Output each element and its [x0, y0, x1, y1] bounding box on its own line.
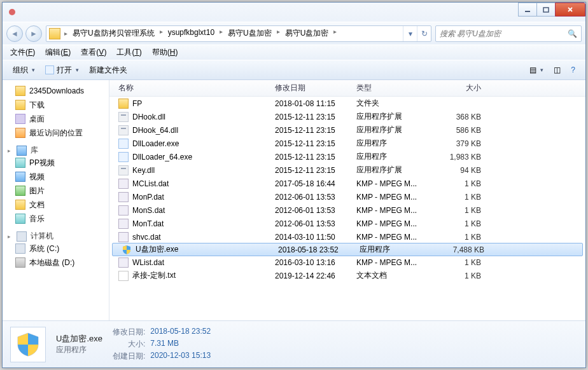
app-icon: [9, 9, 15, 15]
file-row[interactable]: Key.dll2015-12-11 23:15应用程序扩展94 KB: [109, 163, 585, 177]
file-size: 586 KB: [433, 126, 490, 135]
sidebar-item-icon: [15, 214, 25, 224]
file-name: U盘加密.exe: [136, 244, 178, 255]
open-button[interactable]: 打开: [40, 63, 84, 78]
file-row[interactable]: MonP.dat2012-06-01 13:53KMP - MPEG M...1…: [109, 190, 585, 203]
sidebar-item-icon: [15, 186, 25, 196]
file-icon: [118, 139, 129, 149]
breadcrumb[interactable]: ▸ 易守U盘防拷贝管理系统▸ysupfkbglxt10▸易守U盘加密▸易守U盘加…: [46, 25, 431, 42]
menu-t[interactable]: 工具(T): [111, 46, 146, 59]
refresh-button[interactable]: ↻: [417, 26, 431, 41]
file-row[interactable]: MCList.dat2017-05-18 16:44KMP - MPEG M..…: [109, 177, 585, 190]
file-size: 1 KB: [433, 206, 490, 215]
file-row[interactable]: DllLoader.exe2015-12-11 23:15应用程序379 KB: [109, 137, 585, 150]
column-headers[interactable]: 名称 修改日期 类型 大小: [109, 80, 585, 97]
chevron-right-icon[interactable]: ▸: [63, 30, 69, 37]
file-size: 1 KB: [433, 179, 490, 188]
sidebar-section-computer[interactable]: ▸计算机: [3, 231, 109, 242]
sidebar-item[interactable]: 下载: [3, 98, 109, 112]
file-date: 2018-01-08 11:15: [275, 99, 356, 108]
back-button[interactable]: ◄: [6, 25, 23, 42]
menu-f[interactable]: 文件(F): [5, 46, 40, 59]
maximize-button[interactable]: [536, 3, 556, 17]
file-list[interactable]: FP2018-01-08 11:15文件夹DHook.dll2015-12-11…: [109, 97, 585, 320]
titlebar[interactable]: [3, 3, 585, 22]
file-name: WList.dat: [132, 258, 164, 267]
help-button[interactable]: ?: [566, 64, 580, 76]
file-name: DHook_64.dll: [132, 126, 178, 135]
col-date[interactable]: 修改日期: [275, 83, 356, 93]
new-folder-button[interactable]: 新建文件夹: [84, 63, 132, 78]
file-row[interactable]: shvc.dat2014-03-10 11:50KMP - MPEG M...1…: [109, 230, 585, 243]
prop-key: 大小:: [113, 339, 145, 350]
close-button[interactable]: [555, 3, 585, 17]
file-type: KMP - MPEG M...: [356, 219, 433, 228]
forward-button[interactable]: ►: [25, 25, 42, 42]
shield-icon: [122, 245, 132, 255]
breadcrumb-item[interactable]: 易守U盘加密: [281, 28, 333, 39]
file-row[interactable]: DHook.dll2015-12-11 23:15应用程序扩展368 KB: [109, 110, 585, 123]
file-row[interactable]: FP2018-01-08 11:15文件夹: [109, 97, 585, 110]
file-size: 1 KB: [433, 258, 490, 267]
breadcrumb-dropdown[interactable]: ▾: [403, 26, 417, 41]
file-row[interactable]: MonT.dat2012-06-01 13:53KMP - MPEG M...1…: [109, 217, 585, 230]
file-icon: [118, 125, 129, 135]
sidebar-item-icon: [15, 100, 25, 110]
chevron-right-icon[interactable]: ▸: [218, 28, 224, 39]
col-size[interactable]: 大小: [433, 83, 490, 93]
menu-e[interactable]: 编辑(E): [40, 46, 76, 59]
menu-v[interactable]: 查看(V): [76, 46, 111, 59]
prop-value: 2018-05-18 23:52: [150, 327, 211, 338]
organize-menu[interactable]: 组织: [8, 63, 40, 78]
application-icon: [45, 65, 54, 74]
file-icon: [118, 232, 129, 242]
sidebar-item[interactable]: 视频: [3, 170, 109, 184]
sidebar-item[interactable]: 桌面: [3, 112, 109, 126]
file-size: 1,983 KB: [433, 153, 490, 161]
file-row[interactable]: MonS.dat2012-06-01 13:53KMP - MPEG M...1…: [109, 203, 585, 217]
sidebar-item-label: 桌面: [29, 114, 45, 125]
chevron-right-icon[interactable]: ▸: [158, 28, 164, 39]
sidebar-item[interactable]: 2345Downloads: [3, 84, 109, 98]
col-type[interactable]: 类型: [356, 83, 433, 93]
sidebar-item[interactable]: 系统 (C:): [3, 242, 109, 256]
file-type: 应用程序扩展: [356, 165, 433, 175]
sidebar-item[interactable]: 文档: [3, 198, 109, 212]
search-input[interactable]: [440, 29, 568, 38]
minimize-button[interactable]: [518, 3, 537, 17]
file-row[interactable]: 承接-定制.txt2019-12-14 22:46文本文档1 KB: [109, 269, 585, 282]
file-row[interactable]: DllLoader_64.exe2015-12-11 23:15应用程序1,98…: [109, 150, 585, 163]
sidebar-item[interactable]: 图片: [3, 184, 109, 198]
file-icon: [118, 165, 129, 175]
sidebar-item[interactable]: 最近访问的位置: [3, 126, 109, 140]
chevron-right-icon[interactable]: ▸: [332, 28, 338, 39]
file-type: 应用程序: [360, 244, 436, 255]
breadcrumb-item[interactable]: 易守U盘防拷贝管理系统: [69, 28, 158, 39]
sidebar-item-icon: [15, 128, 25, 138]
preview-pane-button[interactable]: ◫: [549, 64, 566, 76]
sidebar-item[interactable]: 本地磁盘 (D:): [3, 256, 109, 270]
file-type: 应用程序扩展: [356, 111, 433, 122]
col-name[interactable]: 名称: [109, 83, 275, 93]
breadcrumb-item[interactable]: 易守U盘加密: [224, 28, 276, 39]
sidebar-item-label: 文档: [29, 200, 45, 210]
file-type: KMP - MPEG M...: [356, 258, 433, 267]
search-icon[interactable]: 🔍: [568, 29, 577, 38]
view-options-button[interactable]: ▤: [524, 64, 549, 76]
file-date: 2015-12-11 23:15: [275, 126, 356, 135]
breadcrumb-item[interactable]: ysupfkbglxt10: [164, 28, 218, 37]
file-type: 文本文档: [356, 270, 433, 281]
chevron-right-icon[interactable]: ▸: [276, 28, 281, 39]
file-row[interactable]: U盘加密.exe2018-05-18 23:52应用程序7,488 KB: [112, 243, 583, 256]
file-row[interactable]: DHook_64.dll2015-12-11 23:15应用程序扩展586 KB: [109, 123, 585, 137]
menu-h[interactable]: 帮助(H): [147, 46, 183, 59]
sidebar-section-libraries[interactable]: ▸库: [3, 145, 109, 156]
sidebar-item[interactable]: PP视频: [3, 156, 109, 170]
search-box[interactable]: 🔍: [435, 25, 582, 42]
details-properties: 修改日期:2018-05-18 23:52大小:7.31 MB创建日期:2020…: [113, 327, 211, 362]
sidebar-item[interactable]: 音乐: [3, 212, 109, 226]
library-icon: [17, 146, 27, 156]
sidebar-item-label: 最近访问的位置: [29, 128, 83, 139]
panel-icon: ◫: [554, 65, 561, 74]
file-row[interactable]: WList.dat2016-03-10 13:16KMP - MPEG M...…: [109, 256, 585, 269]
